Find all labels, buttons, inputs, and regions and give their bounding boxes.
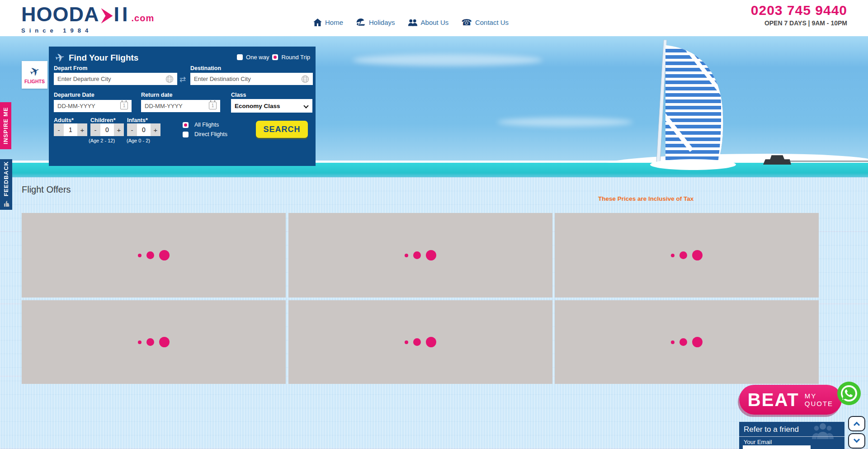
loading-dot — [692, 337, 703, 347]
destination-city-input[interactable] — [190, 73, 313, 85]
all-flights-label: All Flights — [194, 122, 219, 128]
people-icon — [408, 19, 418, 26]
nav-home-label: Home — [325, 19, 343, 26]
inspire-me-tab[interactable]: INSPIRE ME — [0, 102, 11, 149]
depart-from-label: Depart From — [54, 65, 87, 71]
offer-card-loading[interactable] — [22, 300, 286, 384]
return-date-input[interactable] — [141, 100, 220, 112]
loading-dot — [146, 338, 154, 346]
adults-value: 1 — [64, 123, 77, 136]
loading-dot — [679, 338, 687, 346]
my-text: MY — [805, 392, 833, 400]
loading-dot — [405, 340, 408, 344]
trip-type-options: One way Round Trip — [237, 54, 310, 61]
whatsapp-icon[interactable] — [837, 381, 861, 406]
infants-stepper: - 0 + — [127, 123, 160, 136]
panel-title: ✈ Find Your Flights — [55, 51, 138, 64]
home-icon — [313, 19, 322, 26]
children-stepper: - 0 + — [90, 123, 124, 136]
burj-al-arab-illustration — [650, 40, 754, 174]
airplane-icon: ✈ — [28, 64, 42, 79]
offer-card-loading[interactable] — [555, 213, 819, 298]
phone-number[interactable]: 0203 745 9440 — [751, 3, 847, 18]
loading-dot — [138, 254, 142, 257]
loading-dot — [671, 254, 675, 257]
flights-tab[interactable]: ✈ FLIGHTS — [22, 61, 47, 89]
loading-dot — [426, 337, 436, 347]
logo-domain: .com — [132, 13, 155, 24]
phone-box: 0203 745 9440 OPEN 7 DAYS | 9AM - 10PM — [751, 3, 847, 27]
class-label: Class — [231, 92, 246, 98]
search-button[interactable]: SEARCH — [256, 121, 308, 138]
departure-date-input[interactable] — [54, 100, 132, 112]
offer-card-loading[interactable] — [288, 213, 552, 298]
swap-cities-icon[interactable]: ⇄ — [179, 75, 186, 84]
one-way-checkbox[interactable] — [237, 54, 243, 60]
nav-about[interactable]: About Us — [408, 19, 449, 26]
thumb-icon — [3, 200, 10, 207]
loading-dot — [405, 254, 408, 257]
beat-text: BEAT — [748, 390, 799, 410]
flight-filters: All Flights Direct Flights — [183, 122, 227, 137]
feedback-tab[interactable]: FEEDBACK — [0, 159, 12, 198]
round-trip-label[interactable]: Round Trip — [281, 54, 310, 61]
scroll-up-button[interactable] — [848, 416, 865, 431]
loading-dot — [671, 340, 675, 344]
logo[interactable]: HOODA II .com Since 1984 — [21, 3, 154, 34]
opening-hours: OPEN 7 DAYS | 9AM - 10PM — [751, 19, 847, 27]
beat-my-quote-button[interactable]: BEAT MY QUOTE — [739, 385, 842, 415]
page: HOODA II .com Since 1984 Home — [0, 0, 868, 449]
direct-flights-option[interactable]: Direct Flights — [183, 131, 227, 137]
all-flights-option[interactable]: All Flights — [183, 122, 227, 128]
pier — [789, 161, 868, 162]
infants-plus-button[interactable]: + — [151, 123, 160, 136]
logo-bars: II — [114, 4, 131, 25]
scroll-down-button[interactable] — [848, 433, 865, 449]
chevron-up-icon — [854, 422, 860, 428]
offer-card-loading[interactable] — [555, 300, 819, 384]
loading-dot — [692, 250, 703, 260]
children-plus-button[interactable]: + — [114, 123, 124, 136]
people-group-icon — [811, 423, 835, 441]
logo-tagline: Since 1984 — [21, 27, 154, 34]
feedback-thumb-button[interactable] — [0, 197, 12, 210]
nav-holidays[interactable]: Holidays — [356, 19, 395, 27]
round-trip-checkbox[interactable] — [272, 54, 278, 60]
nav-contact[interactable]: ☎ Contact Us — [461, 18, 509, 27]
direct-flights-label: Direct Flights — [194, 131, 227, 137]
infants-age-hint: (Age 0 - 2) — [127, 138, 150, 143]
flights-tab-label: FLIGHTS — [24, 79, 45, 84]
adults-minus-button[interactable]: - — [54, 123, 64, 136]
adults-stepper: - 1 + — [54, 123, 87, 136]
children-label: Children* — [90, 117, 116, 123]
one-way-label[interactable]: One way — [246, 54, 269, 61]
class-select[interactable]: Economy Class — [231, 99, 312, 113]
children-age-hint: (Age 2 - 12) — [89, 138, 115, 143]
telephone-icon: ☎ — [461, 18, 472, 27]
adults-plus-button[interactable]: + — [77, 123, 87, 136]
adults-label: Adults* — [54, 117, 74, 123]
nav-home[interactable]: Home — [313, 19, 343, 26]
infants-value: 0 — [137, 123, 151, 136]
tax-inclusive-note: These Prices are Inclusive of Tax — [598, 195, 693, 202]
all-flights-radio[interactable] — [183, 122, 189, 128]
departure-date-label: Departure Date — [54, 92, 94, 98]
depart-city-input[interactable] — [54, 73, 177, 85]
direct-flights-radio[interactable] — [183, 132, 189, 137]
children-minus-button[interactable]: - — [90, 123, 100, 136]
logo-text: HOODA — [21, 4, 99, 25]
refer-a-friend-panel: Refer to a friend Your Email — [739, 422, 844, 449]
logo-chevron-icon — [101, 8, 113, 24]
flight-search-panel: ✈ Find Your Flights One way Round Trip D… — [49, 47, 316, 166]
refer-email-input[interactable] — [743, 445, 811, 449]
header: HOODA II .com Since 1984 Home — [0, 0, 868, 36]
nav-contact-label: Contact Us — [475, 19, 509, 26]
cloud — [497, 118, 633, 127]
cloud — [353, 54, 542, 66]
offer-card-loading[interactable] — [22, 213, 286, 298]
offer-card-loading[interactable] — [288, 300, 552, 384]
return-date-label: Return date — [141, 92, 172, 98]
children-value: 0 — [100, 123, 114, 136]
loading-dot — [426, 250, 436, 260]
infants-minus-button[interactable]: - — [127, 123, 137, 136]
